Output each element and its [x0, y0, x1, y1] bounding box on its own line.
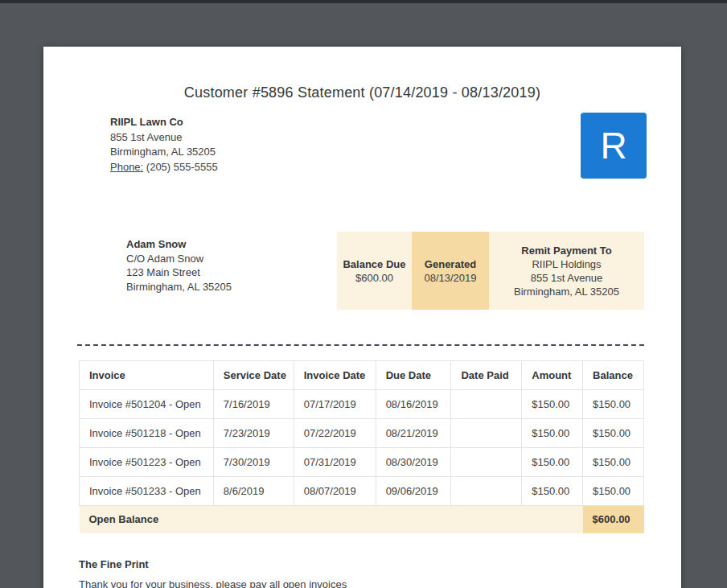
- customer-address-line1: 123 Main Street: [126, 265, 232, 280]
- cell-date-paid: [451, 477, 522, 506]
- statement-summary: Balance Due $600.00 Generated 08/13/2019…: [337, 232, 644, 310]
- company-logo: R: [581, 113, 647, 179]
- cell-invoice-date: 07/22/2019: [294, 419, 376, 448]
- cell-invoice-date: 07/17/2019: [294, 390, 376, 419]
- fine-print-heading: The Fine Print: [79, 558, 149, 570]
- cell-invoice: Invoice #501204 - Open: [80, 390, 214, 419]
- window-top-edge: [0, 0, 727, 3]
- column-header-service-date: Service Date: [213, 361, 294, 390]
- phone-number: (205) 555-5555: [146, 161, 218, 173]
- company-address-line2: Birmingham, AL 35205: [110, 145, 218, 160]
- generated-date: 08/13/2019: [424, 271, 476, 285]
- balance-due-label: Balance Due: [343, 257, 405, 271]
- table-row: Invoice #501233 - Open 8/6/2019 08/07/20…: [80, 477, 644, 506]
- company-phone-line: Phone: (205) 555-5555: [110, 160, 218, 175]
- cell-invoice-date: 08/07/2019: [294, 477, 376, 506]
- cell-invoice: Invoice #501223 - Open: [80, 448, 214, 477]
- statement-page: Customer #5896 Statement (07/14/2019 - 0…: [43, 47, 681, 588]
- cell-date-paid: [451, 390, 522, 419]
- open-balance-label: Open Balance: [80, 506, 583, 533]
- remit-payment-box: Remit Payment To RIIPL Holdings 855 1st …: [489, 232, 644, 310]
- dashed-divider: [77, 344, 644, 346]
- company-name: RIIPL Lawn Co: [110, 115, 218, 130]
- table-row: Invoice #501204 - Open 7/16/2019 07/17/2…: [80, 390, 644, 419]
- cell-balance: $150.00: [583, 390, 644, 419]
- phone-label: Phone:: [110, 161, 143, 173]
- cell-due-date: 09/06/2019: [376, 477, 451, 506]
- column-header-date-paid: Date Paid: [451, 361, 522, 390]
- cell-date-paid: [451, 448, 522, 477]
- fine-print-text: Thank you for your business, please pay …: [79, 578, 347, 588]
- customer-name: Adam Snow: [126, 237, 232, 252]
- remit-address-line1: 855 1st Avenue: [531, 271, 602, 285]
- cell-amount: $150.00: [522, 390, 583, 419]
- cell-invoice-date: 07/31/2019: [294, 448, 376, 477]
- cell-balance: $150.00: [583, 419, 644, 448]
- cell-service-date: 8/6/2019: [213, 477, 294, 506]
- company-address-block: RIIPL Lawn Co 855 1st Avenue Birmingham,…: [110, 115, 218, 175]
- remit-address-line2: Birmingham, AL 35205: [514, 285, 619, 298]
- cell-amount: $150.00: [522, 448, 583, 477]
- cell-due-date: 08/21/2019: [376, 419, 451, 448]
- column-header-amount: Amount: [522, 361, 583, 390]
- column-header-due-date: Due Date: [376, 361, 451, 390]
- cell-balance: $150.00: [583, 448, 644, 477]
- open-balance-total: $600.00: [583, 506, 644, 533]
- generated-box: Generated 08/13/2019: [412, 232, 489, 310]
- cell-due-date: 08/30/2019: [376, 448, 451, 477]
- balance-due-value: $600.00: [355, 271, 393, 285]
- customer-address-block: Adam Snow C/O Adam Snow 123 Main Street …: [126, 237, 232, 294]
- column-header-invoice-date: Invoice Date: [294, 361, 376, 390]
- cell-amount: $150.00: [522, 419, 583, 448]
- open-balance-row: Open Balance $600.00: [80, 506, 644, 533]
- customer-care-of: C/O Adam Snow: [126, 252, 232, 266]
- cell-due-date: 08/16/2019: [376, 390, 451, 419]
- remit-name: RIIPL Holdings: [532, 257, 601, 271]
- cell-service-date: 7/30/2019: [213, 448, 294, 477]
- customer-address-line2: Birmingham, AL 35205: [126, 280, 232, 294]
- column-header-balance: Balance: [583, 361, 644, 390]
- page-title: Customer #5896 Statement (07/14/2019 - 0…: [43, 84, 681, 101]
- generated-label: Generated: [425, 257, 476, 271]
- remit-label: Remit Payment To: [521, 244, 611, 257]
- table-row: Invoice #501223 - Open 7/30/2019 07/31/2…: [80, 448, 644, 477]
- cell-date-paid: [451, 419, 522, 448]
- cell-amount: $150.00: [522, 477, 583, 506]
- cell-service-date: 7/23/2019: [213, 419, 294, 448]
- column-header-invoice: Invoice: [80, 361, 214, 390]
- invoice-table: Invoice Service Date Invoice Date Due Da…: [79, 360, 644, 533]
- table-row: Invoice #501218 - Open 7/23/2019 07/22/2…: [80, 419, 644, 448]
- cell-invoice: Invoice #501218 - Open: [80, 419, 214, 448]
- cell-invoice: Invoice #501233 - Open: [80, 477, 214, 506]
- balance-due-box: Balance Due $600.00: [337, 232, 412, 310]
- company-address-line1: 855 1st Avenue: [110, 130, 218, 146]
- cell-service-date: 7/16/2019: [213, 390, 294, 419]
- cell-balance: $150.00: [583, 477, 644, 506]
- table-header-row: Invoice Service Date Invoice Date Due Da…: [80, 361, 644, 390]
- logo-letter-r: R: [600, 124, 626, 167]
